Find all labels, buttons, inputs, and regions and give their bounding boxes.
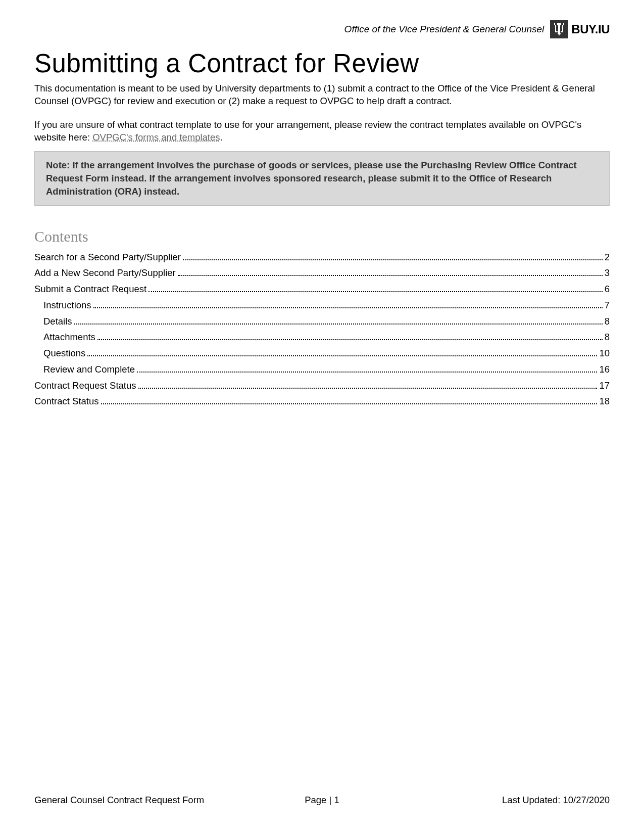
note-callout: Note: If the arrangement involves the pu… [34,151,610,206]
toc-leader-dots [101,403,598,404]
toc-label: Add a New Second Party/Supplier [34,266,176,280]
templates-link[interactable]: OVPGC's forms and templates [92,132,220,143]
table-of-contents: Search for a Second Party/Supplier 2Add … [34,250,610,409]
toc-page-number: 3 [605,266,610,280]
page-footer: General Counsel Contract Request Form Pa… [34,795,610,806]
toc-page-number: 7 [605,298,610,312]
toc-label: Attachments [43,330,95,344]
toc-leader-dots [137,372,597,373]
footer-left: General Counsel Contract Request Form [34,795,204,806]
toc-entry[interactable]: Add a New Second Party/Supplier 3 [34,266,610,280]
page-title: Submitting a Contract for Review [34,49,610,78]
brand-text: BUY.IU [571,22,610,36]
intro2-post: . [220,132,223,143]
toc-page-number: 16 [599,362,610,377]
toc-entry[interactable]: Questions 10 [34,346,610,360]
intro-paragraph-2: If you are unsure of what contract templ… [34,119,610,144]
toc-page-number: 8 [605,314,610,329]
toc-entry[interactable]: Submit a Contract Request 6 [34,282,610,296]
toc-leader-dots [138,388,598,389]
toc-label: Instructions [43,298,91,312]
toc-page-number: 6 [605,282,610,296]
toc-page-number: 10 [599,346,610,360]
toc-leader-dots [74,323,603,325]
toc-label: Contract Request Status [34,379,136,393]
intro-paragraph-1: This documentation is meant to be used b… [34,82,610,108]
toc-leader-dots [183,259,603,260]
toc-label: Submit a Contract Request [34,282,146,296]
toc-leader-dots [178,275,603,276]
office-name: Office of the Vice President & General C… [344,24,544,35]
toc-label: Questions [43,346,85,360]
toc-label: Review and Complete [43,362,135,377]
toc-page-number: 17 [599,379,610,393]
page-header: Office of the Vice President & General C… [34,20,610,38]
logo-block: BUY.IU [550,20,610,38]
toc-entry[interactable]: Attachments 8 [34,330,610,344]
trident-icon [553,22,565,36]
contents-heading: Contents [34,228,610,245]
toc-label: Details [43,314,72,329]
toc-label: Search for a Second Party/Supplier [34,250,181,264]
footer-right: Last Updated: 10/27/2020 [502,795,610,806]
toc-label: Contract Status [34,394,99,408]
toc-entry[interactable]: Details 8 [34,314,610,329]
toc-page-number: 8 [605,330,610,344]
toc-entry[interactable]: Search for a Second Party/Supplier 2 [34,250,610,264]
note-text: Note: If the arrangement involves the pu… [46,159,598,198]
toc-page-number: 18 [599,394,610,408]
iu-trident-icon [550,20,568,38]
toc-leader-dots [87,355,597,356]
toc-page-number: 2 [605,250,610,264]
toc-entry[interactable]: Review and Complete 16 [34,362,610,377]
toc-leader-dots [97,339,603,340]
toc-entry[interactable]: Contract Status 18 [34,394,610,408]
footer-page-number: Page | 1 [305,795,339,806]
toc-leader-dots [93,307,603,308]
toc-entry[interactable]: Instructions 7 [34,298,610,312]
toc-leader-dots [148,291,603,292]
toc-entry[interactable]: Contract Request Status 17 [34,379,610,393]
